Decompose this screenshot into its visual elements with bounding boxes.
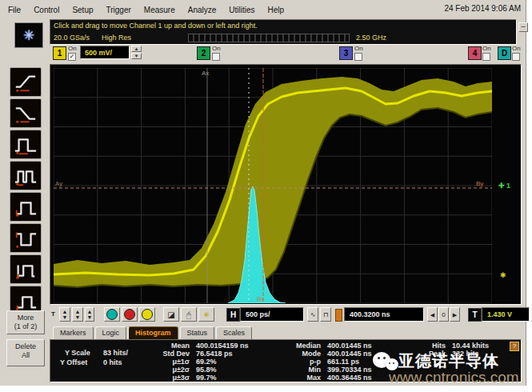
step-pulse-3-measure-button[interactable] [10, 254, 42, 284]
export-button[interactable]: ◪ [163, 307, 179, 322]
horizontal-position-field[interactable]: 400.3200 ns [344, 307, 424, 322]
step-pulse-1-measure-button[interactable] [10, 192, 42, 222]
marker-by-label: By [476, 180, 483, 187]
autoscale-sun-icon: ✳ [203, 312, 210, 318]
status-message-bar: Click and drag to move Channel 1 up and … [50, 19, 517, 45]
delete-all-label-1: Delete [7, 342, 44, 351]
menu-trigger[interactable]: Trigger [100, 3, 138, 17]
wide-pulse-icon: ⊓ [323, 312, 328, 318]
channel4-on-label: On [482, 45, 491, 52]
tab-histogram[interactable]: Histogram [128, 326, 178, 339]
narrow-pulse-icon: ∿ [310, 312, 316, 318]
star-icon: ✳ [23, 27, 34, 44]
tab-scales[interactable]: Scales [216, 326, 252, 339]
rising-edge-measure-button[interactable] [10, 67, 42, 97]
y-scale-label: Y Scale [65, 349, 90, 357]
more-button-page: (1 of 2) [7, 322, 44, 331]
infiniium-star-button[interactable]: ✳ [14, 22, 43, 48]
pointer-mode-button[interactable]: 🖰 [181, 307, 197, 322]
stat--3-: μ±3σ99.7% [154, 374, 217, 382]
trigger-position-chip[interactable] [335, 309, 342, 322]
step-pulse-2-icon [13, 226, 38, 250]
tab-markers[interactable]: Markers [53, 326, 94, 339]
channel1-scale-up-button[interactable]: ▲ [131, 46, 142, 52]
minimize-button[interactable]: – [518, 22, 528, 32]
zero-position-button[interactable]: 0 [438, 307, 449, 322]
channel1-scale-down-button[interactable]: ▼ [131, 53, 142, 59]
zoom-in-time-button[interactable]: ∿ [307, 307, 318, 322]
menu-control[interactable]: Control [27, 3, 66, 17]
menu-setup[interactable]: Setup [66, 3, 99, 17]
channel2-on-checkbox[interactable] [212, 53, 220, 61]
double-pulse-measure-button[interactable] [10, 161, 42, 190]
offset-adjust-buttons[interactable]: ▲▼ [72, 307, 83, 322]
channel2-button[interactable]: 2 [197, 46, 210, 60]
bottom-strip [0, 382, 526, 386]
channel1-ground-marker[interactable]: ✱ [500, 271, 506, 279]
digital-channels-button[interactable]: D [498, 46, 511, 60]
autoscale-button[interactable]: ✳ [198, 307, 214, 322]
oscilloscope-screen: FileControlSetupTriggerMeasureAnalyzeUti… [0, 0, 532, 392]
bandwidth: 2.50 GHz [356, 34, 386, 42]
help-button[interactable]: ? [510, 342, 519, 351]
trigger-level-field[interactable]: 1.430 V [482, 307, 530, 322]
tab-status[interactable]: Status [180, 326, 215, 339]
marker-yellow-button[interactable] [139, 307, 155, 322]
channel3-on-label: On [354, 45, 363, 52]
step-pulse-3-icon [13, 258, 38, 282]
channel3-button[interactable]: 3 [339, 46, 353, 60]
marker-ax-label: Ax [202, 70, 209, 77]
menu-measure[interactable]: Measure [138, 3, 182, 17]
vertical-adjust-buttons[interactable]: ▲▼ [59, 307, 70, 322]
channel3-on-checkbox[interactable] [354, 53, 362, 61]
horizontal-toolbar: T ▲▼ ▲▼ ▲▼ ◪ 🖰 ✳ H 500 ps/ ∿ ⊓ 400.3200 … [50, 305, 522, 325]
positive-pulse-measure-button[interactable] [10, 130, 42, 159]
stat-hits: Hits10.44 khits [425, 342, 489, 350]
channel1-scale-field[interactable]: 500 mV/ [80, 46, 130, 59]
channel2-on-label: On [212, 45, 221, 52]
sample-rate: 20.0 GSa/s [54, 34, 90, 42]
step-pulse-4-icon [13, 289, 38, 313]
menu-analyze[interactable]: Analyze [182, 3, 223, 17]
channel4-button[interactable]: 4 [468, 46, 482, 60]
pan-right-button[interactable]: ▶ [450, 307, 460, 322]
scope-window: FileControlSetupTriggerMeasureAnalyzeUti… [0, 0, 526, 386]
memory-depth-slider[interactable] [188, 34, 350, 42]
menu-help[interactable]: Help [262, 3, 291, 17]
menu-utilities[interactable]: Utilities [222, 3, 261, 17]
mouse-pointer-icon: 🖰 [186, 312, 191, 318]
marker-red-button[interactable] [122, 307, 138, 322]
teal-circle-icon [106, 309, 118, 320]
channel1-on-checkbox[interactable]: ✓ [68, 53, 76, 61]
falling-edge-measure-button[interactable] [10, 98, 42, 128]
fine-adjust-buttons[interactable]: ▲▼ [85, 307, 94, 322]
y-scale-value: 83 hits/ [103, 349, 128, 357]
yellow-circle-icon [142, 309, 153, 320]
rising-edge-icon [13, 70, 38, 94]
stat-mode: Mode400.01445 ns [290, 350, 372, 358]
step-pulse-2-measure-button[interactable] [10, 223, 42, 253]
stat-std-dev: Std Dev76.5418 ps [154, 350, 233, 358]
menu-file[interactable]: File [2, 3, 27, 17]
red-circle-icon [124, 309, 135, 320]
export-icon: ◪ [167, 312, 174, 318]
zoom-out-time-button[interactable]: ⊓ [320, 307, 331, 322]
trigger-level-marker[interactable]: ✚ 1 [498, 182, 510, 190]
marker-teal-button[interactable] [104, 307, 120, 322]
stat--2-: μ±2σ95.8% [154, 366, 217, 374]
channel4-on-checkbox[interactable] [482, 53, 490, 61]
delete-all-button[interactable]: Delete All [6, 339, 45, 366]
channel1-button[interactable]: 1 [53, 46, 66, 60]
stat-max: Max400.36445 ns [290, 374, 372, 382]
pan-left-button[interactable]: ◀ [427, 307, 438, 322]
digital-on-checkbox[interactable] [512, 53, 520, 61]
more-button[interactable]: More (1 of 2) [6, 310, 45, 334]
positive-pulse-icon [13, 133, 38, 157]
waveform-display[interactable]: AxBxAyBy ✚ 1 ✱ [50, 64, 522, 305]
timebase-field[interactable]: 500 ps/ [240, 307, 304, 322]
waveform-canvas[interactable]: AxBxAyBy [54, 68, 492, 303]
stat-min: Min399.70334 ns [290, 366, 372, 374]
trigger-label: T [468, 308, 482, 322]
double-pulse-icon [13, 164, 38, 188]
tab-logic[interactable]: Logic [95, 326, 127, 339]
